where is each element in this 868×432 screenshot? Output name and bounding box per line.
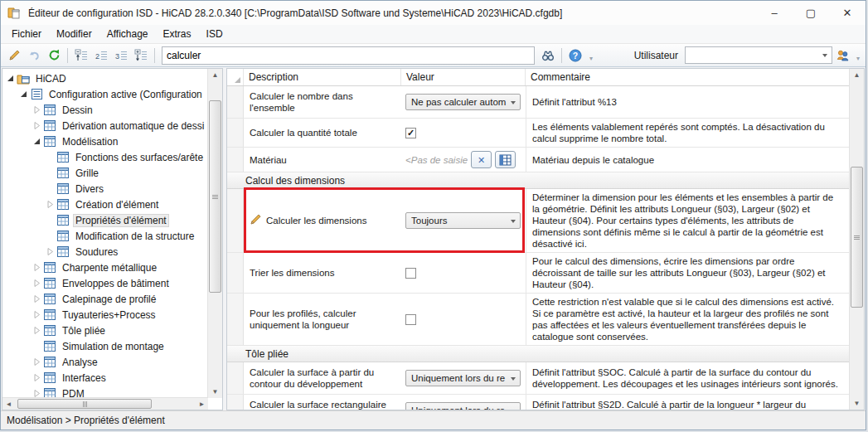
minimize-button[interactable]: –	[756, 1, 793, 25]
user-dropdown[interactable]	[685, 46, 832, 64]
expand-arrow-icon[interactable]	[32, 105, 41, 115]
tree-item-calepinage-de-profile[interactable]: Calepinage de profilé	[2, 291, 208, 307]
column-header-description[interactable]: Description	[244, 69, 401, 85]
collapse-arrow-icon[interactable]	[32, 137, 41, 147]
row-gutter[interactable]	[227, 294, 244, 345]
tree-item-configuration-active-configuration[interactable]: Configuration active (Configuration	[2, 86, 208, 102]
tree-item-creation-d-element[interactable]: Création d'élément	[2, 197, 208, 212]
toolbar-overflow-icon[interactable]: ▾	[854, 49, 862, 62]
expand-arrow-icon[interactable]	[32, 310, 41, 320]
maximize-button[interactable]: ▢	[793, 1, 829, 25]
tree-item-pdm[interactable]: PDM	[2, 386, 208, 398]
tree-item-soudures[interactable]: Soudures	[2, 244, 208, 260]
tree-item-label: Calepinage de profilé	[60, 293, 158, 306]
tree-item-simulation-de-montage[interactable]: Simulation de montage	[2, 338, 208, 354]
menu-item-modifier[interactable]: Modifier	[49, 27, 99, 41]
tree-item-derivation-automatique-de-dessi[interactable]: Dérivation automatique de dessi	[2, 118, 208, 133]
row-gutter[interactable]	[227, 253, 244, 293]
row-gutter[interactable]	[227, 86, 244, 118]
expand-arrow-icon[interactable]	[45, 247, 55, 257]
close-button[interactable]: ✕	[829, 1, 866, 25]
clear-button[interactable]: ✕	[471, 151, 492, 168]
users-icon[interactable]	[832, 46, 852, 65]
expand-level-3-icon[interactable]: 3	[111, 46, 131, 65]
setting-value-cell: ✓	[401, 119, 526, 147]
scroll-up-icon[interactable]: ▲	[850, 69, 864, 81]
catalog-button[interactable]	[495, 151, 516, 168]
row-gutter[interactable]	[227, 395, 244, 410]
collapse-arrow-icon[interactable]	[5, 74, 15, 84]
value-dropdown[interactable]: Uniquement lors du re	[405, 402, 521, 410]
scrollbar-thumb[interactable]	[209, 100, 221, 293]
tree-item-charpente-metallique[interactable]: Charpente métallique	[2, 260, 208, 275]
expand-level-2-icon[interactable]: 2	[91, 46, 111, 65]
tree-item-fonctions-des-surfaces-arete[interactable]: Fonctions des surfaces/arête	[2, 149, 208, 165]
tree-item-proprietes-d-element[interactable]: Propriétés d'élément	[2, 212, 208, 228]
column-header-comment[interactable]: Commentaire	[526, 69, 849, 85]
tree-item-interfaces[interactable]: Interfaces	[2, 370, 208, 386]
scroll-down-icon[interactable]: ▼	[850, 397, 864, 410]
row-gutter[interactable]	[227, 148, 244, 172]
expand-all-icon[interactable]	[131, 46, 151, 65]
scrollbar-thumb[interactable]	[851, 167, 863, 308]
scrollbar-thumb[interactable]	[17, 399, 152, 409]
sort-icon	[235, 77, 240, 83]
row-gutter[interactable]	[227, 362, 244, 394]
setting-comment: Déterminer la dimension pour les élément…	[526, 189, 849, 252]
tree-item-tuyauteries-process[interactable]: Tuyauteries+Process	[2, 307, 208, 323]
tree-item-modelisation[interactable]: Modélisation	[2, 133, 208, 149]
menu-item-fichier[interactable]: Fichier	[4, 27, 49, 41]
expand-arrow-icon[interactable]	[32, 279, 41, 289]
tree-item-hicad[interactable]: HiCAD	[2, 70, 208, 86]
value-dropdown[interactable]: Ne pas calculer autom	[405, 94, 521, 110]
scroll-right-icon[interactable]: ►	[196, 398, 208, 410]
setting-comment: Pour le calcul des dimensions, écrire le…	[526, 253, 849, 293]
collapse-tree-icon[interactable]	[71, 46, 91, 65]
tree-item-label: Propriétés d'élément	[73, 214, 169, 227]
collapse-arrow-icon[interactable]	[18, 90, 28, 100]
grid-corner-cell[interactable]	[227, 69, 244, 85]
row-gutter[interactable]	[227, 119, 244, 147]
value-checkbox[interactable]: ✓	[405, 128, 416, 138]
menu-item-isd[interactable]: ISD	[199, 27, 230, 41]
tree-item-modification-de-la-structure[interactable]: Modification de la structure	[2, 228, 208, 244]
expand-arrow-icon[interactable]	[32, 263, 41, 273]
tree-item-dessin[interactable]: Dessin	[2, 102, 208, 118]
value-dropdown[interactable]: Toujours	[405, 212, 521, 229]
value-checkbox[interactable]	[405, 268, 416, 279]
menu-item-affichage[interactable]: Affichage	[99, 27, 156, 41]
expand-arrow-icon[interactable]	[32, 294, 41, 304]
chevron-down-icon	[511, 101, 516, 104]
value-dropdown[interactable]: Uniquement lors du re	[405, 370, 521, 386]
expand-arrow-icon[interactable]	[45, 200, 55, 210]
row-gutter[interactable]	[227, 189, 244, 252]
setting-comment-text: Définit l'attribut §SOC. Calculé à parti…	[532, 366, 843, 390]
grid-vertical-scrollbar[interactable]: ▲ ▼	[849, 69, 864, 410]
tree-horizontal-scrollbar[interactable]: ◄ ►	[2, 397, 208, 410]
binoculars-search-icon[interactable]	[538, 46, 558, 65]
tree-item-enveloppes-de-batiment[interactable]: Enveloppes de bâtiment	[2, 275, 208, 291]
value-checkbox[interactable]	[405, 314, 416, 325]
expand-arrow-icon[interactable]	[32, 326, 41, 336]
setting-description: Matériau	[244, 148, 401, 172]
scroll-left-icon[interactable]: ◄	[2, 398, 15, 410]
scroll-down-icon[interactable]: ▼	[208, 386, 222, 398]
help-icon[interactable]: ?	[565, 46, 585, 65]
search-input[interactable]	[162, 46, 535, 65]
undo-icon[interactable]	[24, 46, 44, 65]
tree-item-tole-pliee[interactable]: Tôle pliée	[2, 323, 208, 338]
tree-vertical-scrollbar[interactable]: ▲ ▼	[207, 69, 222, 398]
menu-item-extras[interactable]: Extras	[156, 27, 199, 41]
tree-item-analyse[interactable]: Analyse	[2, 354, 208, 370]
expand-arrow-icon[interactable]	[32, 357, 41, 367]
tree-item-divers[interactable]: Divers	[2, 181, 208, 197]
scroll-up-icon[interactable]: ▲	[208, 69, 222, 81]
table-row: Calculer la quantité totale✓Les éléments…	[227, 119, 849, 148]
refresh-icon[interactable]	[44, 46, 64, 65]
toolbar-overflow-icon[interactable]: ▾	[587, 49, 595, 62]
expand-arrow-icon[interactable]	[32, 373, 41, 383]
expand-arrow-icon[interactable]	[32, 121, 41, 131]
column-header-value[interactable]: Valeur	[401, 69, 526, 85]
tree-item-grille[interactable]: Grille	[2, 165, 208, 181]
edit-pencil-icon[interactable]	[4, 46, 24, 65]
